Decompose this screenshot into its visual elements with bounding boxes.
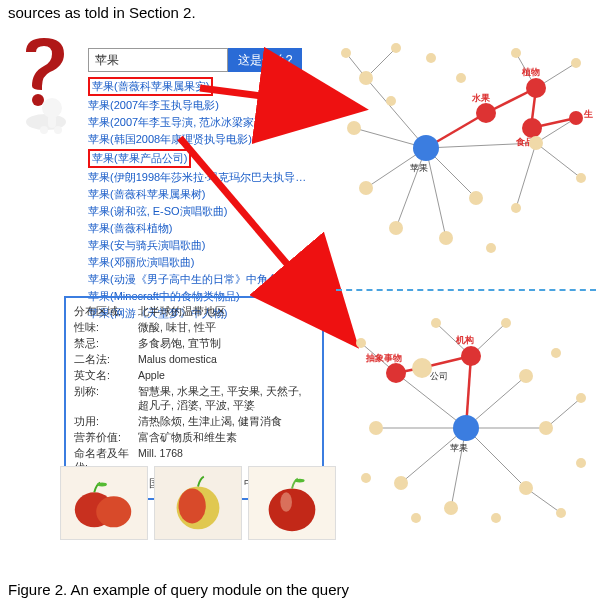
result-item[interactable]: 苹果(韩国2008年康理贤执导电影)	[88, 131, 308, 148]
graph-bottom: 苹果 机构 公司 抽象事物	[336, 298, 596, 548]
node-center-label-2: 苹果	[450, 442, 468, 455]
svg-point-9	[97, 483, 107, 487]
info-row: 性味:微酸, 味甘, 性平	[74, 320, 314, 334]
search-input[interactable]	[88, 48, 228, 72]
node-life-label: 生	[584, 108, 593, 121]
result-item[interactable]: 苹果(动漫《男子高中生的日常》中角色)	[88, 271, 308, 288]
search-results-list: 苹果(蔷薇科苹果属果实)苹果(2007年李玉执导电影)苹果(2007年李玉导演,…	[88, 76, 308, 322]
result-item[interactable]: 苹果(蔷薇科植物)	[88, 220, 308, 237]
node-b6	[519, 481, 533, 495]
info-row: 营养价值:富含矿物质和维生素	[74, 430, 314, 444]
node-b15	[411, 513, 421, 523]
info-row: 禁忌:多食易饱, 宜节制	[74, 336, 314, 350]
node-t3	[359, 181, 373, 195]
node-b7	[431, 318, 441, 328]
node-plant	[526, 78, 546, 98]
node-b9	[356, 338, 366, 348]
node-b2	[394, 476, 408, 490]
info-value: 富含矿物质和维生素	[138, 430, 314, 444]
node-t8	[391, 43, 401, 53]
figure-caption: Figure 2. An example of query module on …	[8, 581, 349, 598]
result-item[interactable]: 苹果(安与骑兵演唱歌曲)	[88, 237, 308, 254]
node-b1	[369, 421, 383, 435]
info-label: 功用:	[74, 414, 138, 428]
result-item[interactable]: 苹果(2007年李玉执导电影)	[88, 97, 308, 114]
svg-point-14	[269, 488, 316, 531]
result-item[interactable]: 苹果(苹果产品公司)	[88, 148, 308, 169]
apple-image-3	[248, 466, 336, 540]
svg-line-31	[536, 143, 581, 178]
node-b11	[556, 508, 566, 518]
info-row: 英文名:Apple	[74, 368, 314, 382]
node-t11	[511, 48, 521, 58]
info-label: 英文名:	[74, 368, 138, 382]
node-t1	[359, 71, 373, 85]
node-center-blue-2	[453, 415, 479, 441]
node-t9	[341, 48, 351, 58]
svg-point-12	[179, 488, 206, 523]
node-food	[522, 118, 542, 138]
result-item[interactable]: 苹果(谢和弦, E-SO演唱歌曲)	[88, 203, 308, 220]
node-center-blue	[413, 135, 439, 161]
node-org-label: 机构	[456, 334, 474, 347]
graph-divider-dashed	[336, 289, 596, 291]
node-plant-label: 植物	[522, 66, 540, 79]
node-t17	[426, 53, 436, 63]
figure-wrap: 这是什么? 苹果(蔷薇科苹果属果实)苹果(2007年李玉执导电影)苹果(2007…	[0, 28, 604, 562]
node-t15	[386, 96, 396, 106]
node-t4	[389, 221, 403, 235]
node-fruit	[476, 103, 496, 123]
node-life	[569, 111, 583, 125]
info-row: 二名法:Malus domestica	[74, 352, 314, 366]
node-t7	[439, 231, 453, 245]
node-b5	[539, 421, 553, 435]
node-t13	[511, 203, 521, 213]
info-row: 别称:智慧果, 水果之王, 平安果, 天然子, 超凡子, 滔婆, 平波, 平婆	[74, 384, 314, 412]
info-value: 清热除烦, 生津止渴, 健胃消食	[138, 414, 314, 428]
result-item[interactable]: 苹果(蔷薇科苹果属果树)	[88, 186, 308, 203]
info-label: 性味:	[74, 320, 138, 334]
svg-point-15	[280, 492, 292, 511]
search-button[interactable]: 这是什么?	[228, 48, 302, 72]
node-b3	[444, 501, 458, 515]
node-b4	[519, 369, 533, 383]
apple-image-2	[154, 466, 242, 540]
node-center-label: 苹果	[410, 162, 428, 175]
info-label: 二名法:	[74, 352, 138, 366]
apple-image-1	[60, 466, 148, 540]
graph-top-edges	[336, 28, 596, 278]
info-label: 别称:	[74, 384, 138, 412]
node-t5	[529, 136, 543, 150]
svg-point-8	[96, 496, 131, 527]
question-mark-figure	[8, 34, 78, 134]
graph-top: 苹果 水果 植物 食品 生	[336, 28, 596, 278]
result-item[interactable]: 苹果(邓丽欣演唱歌曲)	[88, 254, 308, 271]
info-value: Apple	[138, 368, 314, 382]
svg-line-32	[516, 143, 536, 208]
info-row: 分布区域:北半球的温带地区	[74, 304, 314, 318]
info-row: 功用:清热除烦, 生津止渴, 健胃消食	[74, 414, 314, 428]
info-value: 多食易饱, 宜节制	[138, 336, 314, 350]
svg-point-4	[40, 126, 48, 134]
svg-point-16	[295, 479, 305, 483]
info-value: 智慧果, 水果之王, 平安果, 天然子, 超凡子, 滔婆, 平波, 平婆	[138, 384, 314, 412]
node-b14	[551, 348, 561, 358]
search-row: 这是什么?	[88, 48, 302, 72]
info-value: 微酸, 味甘, 性平	[138, 320, 314, 334]
node-company	[412, 358, 432, 378]
node-t10	[571, 58, 581, 68]
node-b12	[491, 513, 501, 523]
node-abstract-label: 抽象事物	[366, 352, 402, 365]
apple-images-row	[60, 466, 336, 540]
result-item[interactable]: 苹果(伊朗1998年莎米拉·玛克玛尔巴夫执导电影)	[88, 169, 308, 186]
node-company-label: 公司	[430, 370, 448, 383]
info-value: Malus domestica	[138, 352, 314, 366]
top-context-text: sources as told in Section 2.	[8, 4, 196, 21]
node-t12	[576, 173, 586, 183]
node-t16	[456, 73, 466, 83]
result-item[interactable]: 苹果(蔷薇科苹果属果实)	[88, 76, 308, 97]
node-b10	[576, 393, 586, 403]
result-item[interactable]: 苹果(2007年李玉导演, 范冰冰梁家辉主演电影)	[88, 114, 308, 131]
node-t6	[469, 191, 483, 205]
node-fruit-label: 水果	[472, 92, 490, 105]
